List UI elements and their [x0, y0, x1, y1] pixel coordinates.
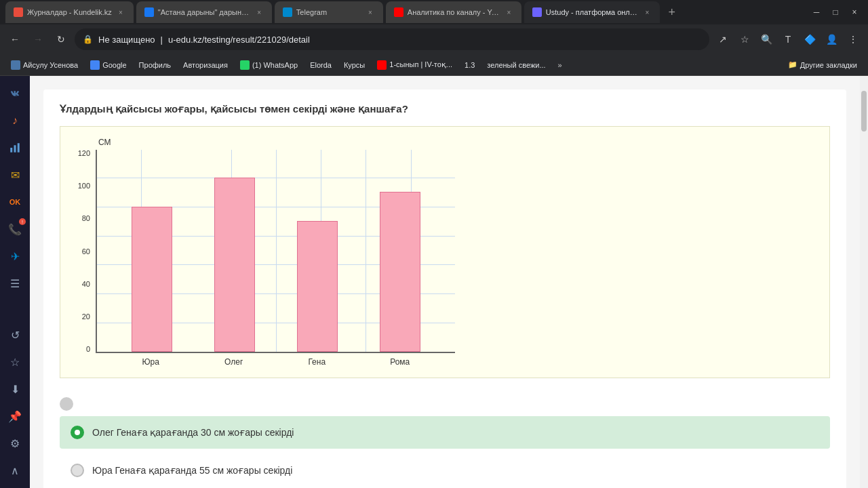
address-bar: ← → ↻ 🔒 Не защищено | u-edu.kz/testing/r… [0, 24, 868, 54]
bookmark-favicon-google [90, 60, 100, 70]
x-label-roma: Рома [380, 357, 420, 367]
y-label-20: 20 [82, 313, 90, 321]
folder-icon: 📁 [788, 60, 797, 69]
chart-grid [96, 150, 455, 353]
sidebar-icon-telegram[interactable]: ✈ [3, 244, 27, 268]
bookmark-elorda[interactable]: Elorda [304, 57, 337, 73]
reload-button[interactable]: ↻ [52, 30, 71, 49]
other-bookmarks-folder[interactable]: 📁 Другие закладки [783, 60, 863, 69]
tab-label-astana: "Астана дарыны" дарынды... [158, 8, 251, 16]
y-label-80: 80 [82, 215, 90, 222]
bookmark-label-auth: Авторизация [183, 61, 228, 69]
other-bookmarks-label: Другие закладки [800, 61, 857, 69]
sidebar-icon-music[interactable]: ♪ [3, 108, 27, 133]
sidebar-icon-star[interactable]: ☆ [3, 350, 27, 374]
maximize-button[interactable]: □ [827, 4, 844, 20]
bookmark-13[interactable]: 1.3 [459, 57, 480, 73]
forward-button[interactable]: → [28, 30, 47, 49]
bookmark-google[interactable]: Google [85, 57, 132, 73]
bookmark-vk[interactable]: Айсулу Усенова [5, 57, 83, 73]
tab-telegram[interactable]: Telegram × [275, 1, 383, 23]
url-input[interactable]: 🔒 Не защищено | u-edu.kz/testing/result/… [75, 28, 709, 50]
bookmark-whatsapp[interactable]: (1) WhatsApp [235, 57, 303, 73]
sidebar-icon-history[interactable]: ↺ [3, 323, 27, 347]
scrollbar[interactable] [860, 76, 868, 488]
bar-roma [380, 192, 420, 352]
chart-y-axis-label: СМ [98, 138, 111, 147]
sidebar-icon-chevron[interactable]: ∧ [3, 458, 27, 483]
title-bar: Журналдар - Kundelik.kz × "Астана дарыны… [0, 0, 868, 24]
sidebar-icon-ok[interactable]: OK [3, 190, 27, 214]
new-tab-button[interactable]: + [663, 3, 682, 22]
sidebar-icon-download[interactable]: ⬇ [3, 377, 27, 401]
scrollbar-thumb[interactable] [861, 91, 867, 131]
bookmark-favicon-vk [11, 60, 20, 70]
bookmark-kursy[interactable]: Курсы [338, 57, 370, 73]
more-bookmarks-button[interactable]: » [555, 61, 565, 69]
sidebar-icon-list[interactable]: ☰ [3, 271, 27, 296]
bookmark-auth[interactable]: Авторизация [178, 57, 233, 73]
tab-label-kundelik: Журналдар - Kundelik.kz [27, 8, 112, 16]
tab-close-telegram[interactable]: × [366, 7, 375, 17]
tab-close-astana[interactable]: × [255, 7, 264, 17]
tab-close-ustudy[interactable]: × [643, 7, 652, 17]
bookmark-label-vk: Айсулу Усенова [23, 61, 78, 69]
bars-container [97, 150, 455, 352]
sidebar-icon-pin[interactable]: 📌 [3, 404, 27, 428]
back-button[interactable]: ← [5, 30, 24, 49]
x-label-yura: Юра [130, 357, 171, 367]
tab-astana[interactable]: "Астана дарыны" дарынды... × [136, 1, 272, 23]
tab-favicon-ustudy [532, 7, 542, 17]
close-window-button[interactable]: × [846, 4, 863, 20]
share-button[interactable]: ↗ [713, 30, 732, 49]
profile-button[interactable]: 👤 [822, 30, 841, 49]
bookmark-favicon-1class [377, 60, 387, 70]
tab-close-youtube[interactable]: × [505, 7, 513, 17]
page-content: Ұлдардың қайсысы жоғары, қайсысы төмен с… [30, 76, 860, 488]
url-display: u-edu.kz/testing/result/221029/detail [168, 35, 310, 45]
y-label-60: 60 [82, 248, 90, 256]
y-label-40: 40 [82, 281, 90, 288]
bookmark-label-kursy: Курсы [344, 61, 365, 69]
bookmarks-bar: Айсулу Усенова Google Профиль Авторизаци… [0, 54, 868, 76]
bookmark-label-elorda: Elorda [310, 61, 332, 69]
sidebar-icon-stats[interactable] [3, 136, 27, 160]
tab-label-telegram: Telegram [296, 8, 327, 16]
x-label-gena: Гена [296, 357, 337, 367]
extensions-button[interactable]: 🔷 [800, 30, 819, 49]
bookmark-1class[interactable]: 1-сынып | IV-тоқ... [372, 57, 458, 73]
y-label-0: 0 [86, 346, 90, 353]
y-axis: 0 20 40 60 80 100 120 [71, 150, 96, 353]
bookmark-profile[interactable]: Профиль [134, 57, 177, 73]
tab-close-kundelik[interactable]: × [116, 7, 125, 17]
answer-option-2[interactable]: Юра Генаға қарағанда 55 см жоғары секірд… [60, 454, 830, 487]
tab-favicon-kundelik [14, 7, 23, 17]
x-labels: Юра Олег Гена Рома [96, 357, 455, 367]
translate-button[interactable]: T [778, 30, 797, 49]
sidebar-icon-settings[interactable]: ⚙ [3, 431, 27, 455]
bookmark-green[interactable]: зеленый свежи... [481, 57, 551, 73]
bookmark-label-google: Google [102, 61, 126, 69]
radio-circle-1 [71, 426, 84, 439]
sidebar-icon-mail[interactable]: ✉ [3, 163, 27, 187]
lens-button[interactable]: 🔍 [757, 30, 776, 49]
answer-option-1[interactable]: Олег Генаға қарағанда 30 см жоғары секір… [60, 416, 830, 449]
bar-yura [132, 207, 172, 352]
bookmark-label-profile: Профиль [139, 61, 172, 69]
minimize-button[interactable]: ─ [808, 4, 825, 20]
sidebar-icon-vk[interactable] [3, 81, 27, 106]
protocol-label: Не защищено [98, 35, 155, 45]
y-label-120: 120 [78, 150, 90, 157]
tab-ustudy[interactable]: Ustudy - платформа онлайн... × [524, 1, 660, 23]
svg-rect-1 [14, 145, 16, 152]
tab-favicon-astana [144, 7, 154, 17]
radio-circle-2 [71, 464, 84, 477]
tab-kundelik[interactable]: Журналдар - Kundelik.kz × [5, 1, 134, 23]
bar-oleg [214, 178, 255, 352]
tab-youtube[interactable]: Аналитика по каналу - YouT... × [386, 1, 521, 23]
menu-button[interactable]: ⋮ [844, 30, 863, 49]
answer-text-2: Юра Генаға қарағанда 55 см жоғары секірд… [92, 465, 292, 476]
sidebar-icon-phone[interactable]: 📞 ! [3, 217, 27, 241]
bookmark-star-button[interactable]: ☆ [735, 30, 754, 49]
left-sidebar: ♪ ✉ OK 📞 ! ✈ ☰ ↺ ☆ ⬇ 📌 ⚙ ∧ [0, 76, 30, 488]
